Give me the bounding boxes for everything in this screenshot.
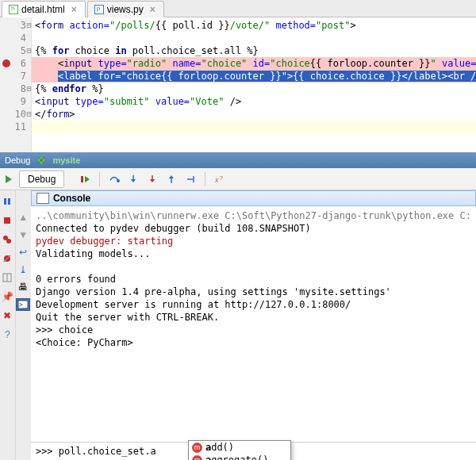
pause-icon[interactable] [1,195,13,208]
step-out-icon[interactable] [165,173,178,186]
close-icon[interactable]: × [71,4,77,15]
console-line: ..\community\bin\win\runnerw.exe C:\Soft… [36,209,471,222]
up-icon[interactable]: ▲ [17,211,29,224]
fold-toggle-icon[interactable]: ⊟ [25,19,33,32]
console-area: 📌 ✖ ? ▲ ▼ ↩ ⤓ 🖶 >_ Console ..\community\… [0,190,476,460]
svg-rect-3 [81,176,83,182]
svg-point-16 [6,239,11,243]
completion-label: aggregate() [205,454,268,460]
code-line[interactable] [32,121,476,133]
tab-views-py[interactable]: views.py × [87,1,164,17]
scroll-to-end-icon[interactable]: ⤓ [17,263,29,276]
console-line: Django version 1.4 pre-alpha, using sett… [36,286,471,298]
mute-breakpoints-icon[interactable] [1,252,13,265]
rerun-icon[interactable] [2,173,15,186]
completion-item[interactable]: maggregate() [189,454,290,460]
tab-detail-html[interactable]: detail.html × [2,1,86,17]
editor-code[interactable]: <form action="/polls/{{ poll.id }}/vote/… [32,17,476,152]
tab-label: views.py [107,4,144,15]
close-icon[interactable]: ✖ [1,309,13,322]
code-editor[interactable]: 3⊟45⊟678⊟910⊟11 <form action="/polls/{{ … [0,17,476,152]
evaluate-expression-icon[interactable]: x? [213,173,226,186]
python-file-icon [94,5,104,14]
breakpoint-icon[interactable] [2,59,10,67]
console-line: pydev debugger: starting [36,235,471,247]
layout-icon[interactable] [1,271,13,284]
console-line: Connected to pydev debugger (build 108.S… [36,222,471,235]
debug-tab[interactable]: Debug [19,171,64,188]
code-line[interactable]: {% for choice in poll.choice_set.all %} [32,44,476,57]
debug-panel-header[interactable]: Debug mysite [0,152,476,168]
separator [205,172,205,186]
method-icon: m [192,455,202,461]
debug-toolbar: Debug x? [0,168,476,190]
debug-config-name: mysite [52,155,80,165]
resume-icon[interactable] [79,173,91,186]
console-side-toolbar: ▲ ▼ ↩ ⤓ 🖶 >_ [15,190,31,460]
svg-point-4 [117,179,120,182]
console-title[interactable]: Console [31,190,476,206]
stop-icon[interactable] [1,214,13,227]
separator [99,172,100,186]
console-input-text[interactable]: poll.choice_set.a [59,446,156,457]
show-python-prompt-icon[interactable]: >_ [16,298,30,311]
completion-item[interactable]: madd() [189,441,290,454]
fold-toggle-icon[interactable]: ⊟ [25,108,33,121]
code-line[interactable]: </form> [32,108,476,121]
bug-icon [35,154,48,167]
prompt: >>> [36,446,59,457]
close-icon[interactable]: × [150,4,155,15]
editor-tabstrip: detail.html × views.py × [0,0,476,17]
svg-text:x: x [214,175,219,184]
down-icon[interactable]: ▼ [17,228,29,241]
editor-gutter[interactable]: 3⊟45⊟678⊟910⊟11 [0,17,32,152]
tab-label: detail.html [21,4,65,15]
code-line[interactable]: <input type="submit" value="Vote" /> [32,95,476,108]
code-line[interactable]: <input type="radio" name="choice" id="ch… [32,57,476,70]
code-line[interactable] [32,32,476,44]
svg-rect-13 [8,198,10,205]
console-line: Development server is running at http://… [36,298,471,311]
svg-text:?: ? [220,175,223,181]
code-line[interactable]: {% endfor %} [32,82,476,95]
console-line: 0 errors found [36,273,471,286]
console-line: >>> choice [36,324,471,336]
force-step-into-icon[interactable] [146,173,159,186]
console-line: <Choice: PyCharm> [36,336,471,349]
soft-wrap-icon[interactable]: ↩ [17,246,29,259]
svg-rect-12 [4,198,6,205]
fold-toggle-icon[interactable]: ⊟ [25,82,33,95]
svg-rect-14 [4,217,10,224]
view-breakpoints-icon[interactable] [1,233,13,246]
debug-panel-label: Debug [5,155,30,165]
method-icon: m [192,443,202,453]
completion-popup[interactable]: madd()maggregate()mall()mannotate()A [188,440,291,460]
print-icon[interactable]: 🖶 [17,281,29,293]
fold-toggle-icon[interactable]: ⊟ [25,44,33,57]
step-over-icon[interactable] [108,173,121,186]
step-into-icon[interactable] [127,173,140,186]
completion-label: add() [205,442,234,453]
html-file-icon [9,5,18,14]
help-icon[interactable]: ? [1,328,13,341]
console-line [36,260,471,273]
console-output[interactable]: ..\community\bin\win\runnerw.exe C:\Soft… [31,206,476,442]
code-line[interactable]: <label for="choice{{ forloop.counter }}"… [32,70,476,82]
pin-icon[interactable]: 📌 [1,290,13,303]
debug-side-toolbar: 📌 ✖ ? [0,190,15,460]
console-line: Quit the server with CTRL-BREAK. [36,311,471,324]
console-input-row[interactable]: >>> poll.choice_set.a madd()maggregate()… [31,442,476,460]
console-line: Validating models... [36,247,471,260]
run-to-cursor-icon[interactable] [184,173,197,186]
code-line[interactable]: <form action="/polls/{{ poll.id }}/vote/… [32,19,476,32]
svg-text:>_: >_ [19,301,27,309]
